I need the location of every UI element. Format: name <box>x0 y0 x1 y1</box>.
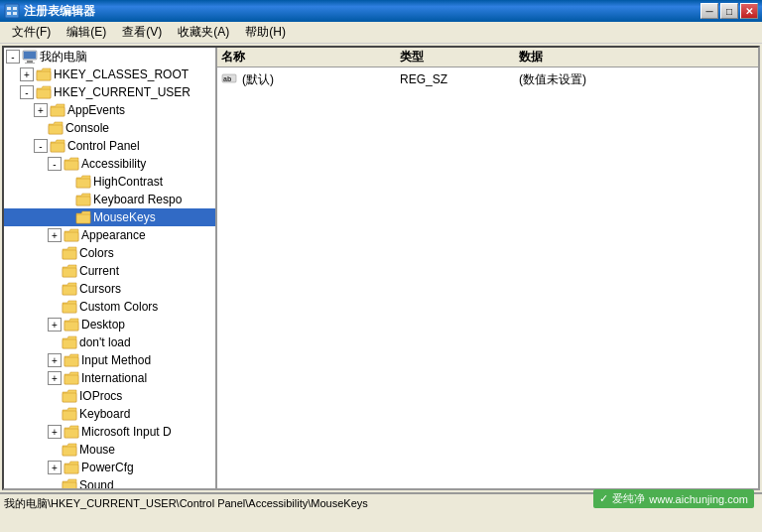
svg-rect-23 <box>64 322 78 331</box>
tree-item-colors[interactable]: Colors <box>4 244 215 262</box>
svg-rect-21 <box>63 286 76 295</box>
tree-label-my-computer: 我的电脑 <box>40 49 87 66</box>
expander-accessibility[interactable]: - <box>48 157 62 171</box>
tree-label-hkey-current-user: HKEY_CURRENT_USER <box>54 85 190 99</box>
svg-rect-3 <box>7 12 11 15</box>
folder-icon <box>75 210 91 224</box>
tree-item-current[interactable]: Current <box>4 262 215 280</box>
menu-item-file[interactable]: 文件(F) <box>4 22 59 43</box>
folder-icon <box>62 282 77 296</box>
tree-item-powercfg[interactable]: + PowerCfg <box>4 459 215 476</box>
tree-item-desktop[interactable]: + Desktop <box>4 316 215 333</box>
cell-name: ab (默认) <box>221 71 400 88</box>
tree-item-dont-load[interactable]: don't load <box>4 333 215 351</box>
expander-hkey-classes-root[interactable]: + <box>20 67 34 81</box>
svg-rect-0 <box>5 4 19 18</box>
folder-icon <box>62 407 77 421</box>
expander-microsoft-input-d[interactable]: + <box>48 425 62 439</box>
col-header-type: 类型 <box>400 48 519 66</box>
data-area[interactable]: ab (默认)REG_SZ(数值未设置) <box>217 67 758 488</box>
watermark-logo: ✓ <box>599 492 608 505</box>
tree-item-input-method[interactable]: + Input Method <box>4 351 215 369</box>
svg-rect-13 <box>51 143 64 152</box>
right-panel: 名称 类型 数据 ab (默认)REG_SZ(数值未设置) <box>217 48 758 488</box>
folder-icon <box>50 103 65 117</box>
tree-scroll[interactable]: - 我的电脑+ HKEY_CLASSES_ROOT- HKEY_CURRENT_… <box>4 48 215 488</box>
folder-icon <box>64 318 79 332</box>
tree-item-accessibility[interactable]: - Accessibility <box>4 155 215 173</box>
tree-item-ioprocs[interactable]: IOProcs <box>4 387 215 405</box>
col-header-data: 数据 <box>519 48 754 66</box>
tree-item-cursors[interactable]: Cursors <box>4 280 215 298</box>
tree-label-control-panel: Control Panel <box>67 139 140 153</box>
registry-value-name: (默认) <box>242 71 274 88</box>
close-button[interactable]: ✕ <box>740 3 758 19</box>
menu-item-favorites[interactable]: 收藏夹(A) <box>170 22 237 43</box>
menu-bar: 文件(F)编辑(E)查看(V)收藏夹(A)帮助(H) <box>0 22 762 44</box>
tree-label-desktop: Desktop <box>81 318 125 332</box>
expander-appevents[interactable]: + <box>34 103 48 117</box>
tree-item-appearance[interactable]: + Appearance <box>4 226 215 244</box>
expander-input-method[interactable]: + <box>48 353 62 367</box>
minimize-button[interactable]: ─ <box>700 3 718 19</box>
tree-item-appevents[interactable]: + AppEvents <box>4 101 215 119</box>
tree-label-current: Current <box>79 264 119 278</box>
expander-hkey-current-user[interactable]: - <box>20 85 34 99</box>
svg-rect-30 <box>63 447 76 456</box>
svg-rect-18 <box>64 232 78 241</box>
svg-rect-12 <box>49 125 63 134</box>
tree-label-keyboard-response: Keyboard Respo <box>93 193 182 206</box>
folder-icon <box>62 335 77 349</box>
cell-data: (数值未设置) <box>519 71 754 88</box>
tree-item-mousekeys[interactable]: MouseKeys <box>4 208 215 226</box>
tree-item-control-panel[interactable]: - Control Panel <box>4 137 215 155</box>
window-title: 注册表编辑器 <box>24 3 697 20</box>
tree-item-keyboard-response[interactable]: Keyboard Respo <box>4 191 215 208</box>
svg-rect-22 <box>63 304 76 313</box>
tree-label-highcontrast: HighContrast <box>93 175 163 189</box>
tree-label-powercfg: PowerCfg <box>81 461 134 474</box>
folder-icon <box>36 85 52 99</box>
folder-icon <box>75 193 91 206</box>
watermark: ✓ 爱纯净 www.aichunjing.com <box>593 489 754 508</box>
tree-item-keyboard[interactable]: Keyboard <box>4 405 215 423</box>
svg-rect-1 <box>7 7 11 10</box>
svg-rect-10 <box>37 89 51 98</box>
folder-icon <box>64 461 79 474</box>
tree-item-hkey-classes-root[interactable]: + HKEY_CLASSES_ROOT <box>4 66 215 83</box>
col-header-name: 名称 <box>221 48 400 66</box>
svg-rect-7 <box>27 61 33 63</box>
tree-item-microsoft-input-d[interactable]: + Microsoft Input D <box>4 423 215 441</box>
expander-control-panel[interactable]: - <box>34 139 48 153</box>
expander-appearance[interactable]: + <box>48 228 62 242</box>
svg-rect-31 <box>64 465 78 473</box>
tree-item-console[interactable]: Console <box>4 119 215 137</box>
svg-rect-4 <box>13 12 17 15</box>
expander-desktop[interactable]: + <box>48 318 62 332</box>
svg-rect-8 <box>25 63 35 64</box>
tree-label-appearance: Appearance <box>81 228 146 242</box>
expander-international[interactable]: + <box>48 371 62 385</box>
tree-item-sound[interactable]: Sound <box>4 476 215 488</box>
main-container: - 我的电脑+ HKEY_CLASSES_ROOT- HKEY_CURRENT_… <box>2 46 760 490</box>
tree-item-custom-colors[interactable]: Custom Colors <box>4 298 215 316</box>
tree-item-international[interactable]: + International <box>4 369 215 387</box>
tree-item-my-computer[interactable]: - 我的电脑 <box>4 48 215 66</box>
folder-icon <box>62 443 77 457</box>
tree-label-ioprocs: IOProcs <box>79 389 122 403</box>
expander-my-computer[interactable]: - <box>6 50 20 64</box>
svg-rect-20 <box>63 268 76 277</box>
tree-item-mouse[interactable]: Mouse <box>4 441 215 459</box>
svg-rect-14 <box>64 161 78 170</box>
tree-label-sound: Sound <box>79 478 114 488</box>
tree-label-colors: Colors <box>79 246 114 260</box>
menu-item-edit[interactable]: 编辑(E) <box>59 22 114 43</box>
folder-icon <box>64 371 79 385</box>
expander-powercfg[interactable]: + <box>48 461 62 474</box>
tree-item-hkey-current-user[interactable]: - HKEY_CURRENT_USER <box>4 83 215 101</box>
menu-item-help[interactable]: 帮助(H) <box>237 22 294 43</box>
maximize-button[interactable]: □ <box>720 3 738 19</box>
tree-item-highcontrast[interactable]: HighContrast <box>4 173 215 191</box>
table-row[interactable]: ab (默认)REG_SZ(数值未设置) <box>217 69 758 89</box>
menu-item-view[interactable]: 查看(V) <box>114 22 170 43</box>
